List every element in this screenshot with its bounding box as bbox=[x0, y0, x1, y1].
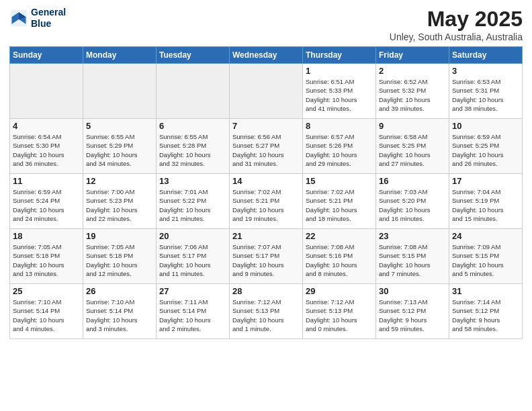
logo-icon bbox=[9, 9, 28, 28]
day-number: 14 bbox=[232, 176, 300, 186]
day-info: Sunrise: 7:08 AM Sunset: 5:15 PM Dayligh… bbox=[379, 242, 446, 278]
calendar-cell bbox=[83, 64, 157, 119]
day-info: Sunrise: 6:55 AM Sunset: 5:28 PM Dayligh… bbox=[159, 132, 226, 168]
day-info: Sunrise: 7:12 AM Sunset: 5:13 PM Dayligh… bbox=[232, 298, 300, 333]
day-number: 20 bbox=[159, 231, 226, 241]
calendar-cell: 20Sunrise: 7:06 AM Sunset: 5:17 PM Dayli… bbox=[157, 229, 230, 284]
day-number: 24 bbox=[452, 231, 519, 241]
calendar-cell: 27Sunrise: 7:11 AM Sunset: 5:14 PM Dayli… bbox=[157, 284, 230, 339]
calendar-cell bbox=[10, 64, 83, 119]
calendar-cell: 22Sunrise: 7:08 AM Sunset: 5:16 PM Dayli… bbox=[303, 229, 376, 284]
logo-text: General Blue bbox=[31, 7, 66, 30]
day-number: 22 bbox=[306, 231, 373, 241]
calendar-cell: 16Sunrise: 7:03 AM Sunset: 5:20 PM Dayli… bbox=[376, 174, 449, 229]
day-number: 6 bbox=[159, 121, 226, 131]
day-info: Sunrise: 7:06 AM Sunset: 5:17 PM Dayligh… bbox=[159, 242, 226, 278]
location-subtitle: Unley, South Australia, Australia bbox=[390, 32, 523, 42]
day-header-saturday: Saturday bbox=[449, 47, 523, 64]
day-number: 27 bbox=[159, 286, 226, 296]
calendar-cell: 14Sunrise: 7:02 AM Sunset: 5:21 PM Dayli… bbox=[230, 174, 303, 229]
header: General Blue May 2025 Unley, South Austr… bbox=[9, 7, 523, 42]
day-number: 11 bbox=[13, 176, 80, 186]
week-row-5: 25Sunrise: 7:10 AM Sunset: 5:14 PM Dayli… bbox=[10, 284, 523, 339]
day-info: Sunrise: 7:02 AM Sunset: 5:21 PM Dayligh… bbox=[306, 187, 373, 223]
day-number: 17 bbox=[452, 176, 519, 186]
day-number: 31 bbox=[452, 286, 519, 296]
day-info: Sunrise: 7:14 AM Sunset: 5:12 PM Dayligh… bbox=[452, 298, 519, 333]
calendar-cell: 15Sunrise: 7:02 AM Sunset: 5:21 PM Dayli… bbox=[303, 174, 376, 229]
day-number: 16 bbox=[379, 176, 446, 186]
calendar-cell: 31Sunrise: 7:14 AM Sunset: 5:12 PM Dayli… bbox=[449, 284, 523, 339]
day-header-thursday: Thursday bbox=[303, 47, 376, 64]
day-number: 15 bbox=[306, 176, 373, 186]
month-title: May 2025 bbox=[390, 7, 523, 32]
logo: General Blue bbox=[9, 7, 66, 30]
calendar-cell: 7Sunrise: 6:56 AM Sunset: 5:27 PM Daylig… bbox=[230, 119, 303, 174]
title-area: May 2025 Unley, South Australia, Austral… bbox=[390, 7, 523, 42]
calendar-cell: 17Sunrise: 7:04 AM Sunset: 5:19 PM Dayli… bbox=[449, 174, 523, 229]
day-info: Sunrise: 7:11 AM Sunset: 5:14 PM Dayligh… bbox=[159, 298, 226, 333]
day-info: Sunrise: 7:13 AM Sunset: 5:12 PM Dayligh… bbox=[379, 298, 446, 333]
calendar-cell: 5Sunrise: 6:55 AM Sunset: 5:29 PM Daylig… bbox=[83, 119, 157, 174]
calendar-cell: 18Sunrise: 7:05 AM Sunset: 5:18 PM Dayli… bbox=[10, 229, 83, 284]
day-number: 29 bbox=[306, 286, 373, 296]
day-number: 5 bbox=[86, 121, 153, 131]
day-number: 25 bbox=[13, 286, 80, 296]
calendar-cell: 29Sunrise: 7:12 AM Sunset: 5:13 PM Dayli… bbox=[303, 284, 376, 339]
day-number: 21 bbox=[232, 231, 300, 241]
day-info: Sunrise: 6:59 AM Sunset: 5:24 PM Dayligh… bbox=[13, 187, 80, 223]
calendar-cell: 2Sunrise: 6:52 AM Sunset: 5:32 PM Daylig… bbox=[376, 64, 449, 119]
day-info: Sunrise: 7:07 AM Sunset: 5:17 PM Dayligh… bbox=[232, 242, 300, 278]
calendar-cell: 6Sunrise: 6:55 AM Sunset: 5:28 PM Daylig… bbox=[157, 119, 230, 174]
day-info: Sunrise: 6:57 AM Sunset: 5:26 PM Dayligh… bbox=[306, 132, 373, 168]
calendar-cell: 12Sunrise: 7:00 AM Sunset: 5:23 PM Dayli… bbox=[83, 174, 157, 229]
day-number: 2 bbox=[379, 66, 446, 76]
day-number: 18 bbox=[13, 231, 80, 241]
calendar-cell: 10Sunrise: 6:59 AM Sunset: 5:25 PM Dayli… bbox=[449, 119, 523, 174]
week-row-3: 11Sunrise: 6:59 AM Sunset: 5:24 PM Dayli… bbox=[10, 174, 523, 229]
day-number: 1 bbox=[306, 66, 373, 76]
day-number: 10 bbox=[452, 121, 519, 131]
calendar-cell: 30Sunrise: 7:13 AM Sunset: 5:12 PM Dayli… bbox=[376, 284, 449, 339]
day-info: Sunrise: 6:53 AM Sunset: 5:31 PM Dayligh… bbox=[452, 77, 519, 113]
day-info: Sunrise: 7:01 AM Sunset: 5:22 PM Dayligh… bbox=[159, 187, 226, 223]
day-number: 3 bbox=[452, 66, 519, 76]
calendar-cell: 1Sunrise: 6:51 AM Sunset: 5:33 PM Daylig… bbox=[303, 64, 376, 119]
calendar-cell: 19Sunrise: 7:05 AM Sunset: 5:18 PM Dayli… bbox=[83, 229, 157, 284]
day-info: Sunrise: 7:12 AM Sunset: 5:13 PM Dayligh… bbox=[306, 298, 373, 333]
calendar-table: SundayMondayTuesdayWednesdayThursdayFrid… bbox=[9, 46, 523, 339]
day-info: Sunrise: 6:59 AM Sunset: 5:25 PM Dayligh… bbox=[452, 132, 519, 168]
week-row-2: 4Sunrise: 6:54 AM Sunset: 5:30 PM Daylig… bbox=[10, 119, 523, 174]
day-info: Sunrise: 7:09 AM Sunset: 5:15 PM Dayligh… bbox=[452, 242, 519, 278]
calendar-cell: 21Sunrise: 7:07 AM Sunset: 5:17 PM Dayli… bbox=[230, 229, 303, 284]
day-info: Sunrise: 7:10 AM Sunset: 5:14 PM Dayligh… bbox=[13, 298, 80, 333]
calendar-cell: 9Sunrise: 6:58 AM Sunset: 5:25 PM Daylig… bbox=[376, 119, 449, 174]
week-row-1: 1Sunrise: 6:51 AM Sunset: 5:33 PM Daylig… bbox=[10, 64, 523, 119]
day-info: Sunrise: 7:10 AM Sunset: 5:14 PM Dayligh… bbox=[86, 298, 153, 333]
calendar-cell: 28Sunrise: 7:12 AM Sunset: 5:13 PM Dayli… bbox=[230, 284, 303, 339]
day-info: Sunrise: 7:05 AM Sunset: 5:18 PM Dayligh… bbox=[13, 242, 80, 278]
calendar-cell: 23Sunrise: 7:08 AM Sunset: 5:15 PM Dayli… bbox=[376, 229, 449, 284]
calendar-cell: 4Sunrise: 6:54 AM Sunset: 5:30 PM Daylig… bbox=[10, 119, 83, 174]
calendar-cell: 24Sunrise: 7:09 AM Sunset: 5:15 PM Dayli… bbox=[449, 229, 523, 284]
day-header-tuesday: Tuesday bbox=[157, 47, 230, 64]
day-header-monday: Monday bbox=[83, 47, 157, 64]
day-number: 13 bbox=[159, 176, 226, 186]
day-header-wednesday: Wednesday bbox=[230, 47, 303, 64]
week-row-4: 18Sunrise: 7:05 AM Sunset: 5:18 PM Dayli… bbox=[10, 229, 523, 284]
day-info: Sunrise: 6:54 AM Sunset: 5:30 PM Dayligh… bbox=[13, 132, 80, 168]
calendar-cell: 3Sunrise: 6:53 AM Sunset: 5:31 PM Daylig… bbox=[449, 64, 523, 119]
day-number: 28 bbox=[232, 286, 300, 296]
day-number: 9 bbox=[379, 121, 446, 131]
day-number: 26 bbox=[86, 286, 153, 296]
day-number: 4 bbox=[13, 121, 80, 131]
day-number: 8 bbox=[306, 121, 373, 131]
calendar-cell bbox=[157, 64, 230, 119]
day-info: Sunrise: 7:04 AM Sunset: 5:19 PM Dayligh… bbox=[452, 187, 519, 223]
day-info: Sunrise: 6:52 AM Sunset: 5:32 PM Dayligh… bbox=[379, 77, 446, 113]
day-info: Sunrise: 7:00 AM Sunset: 5:23 PM Dayligh… bbox=[86, 187, 153, 223]
day-header-friday: Friday bbox=[376, 47, 449, 64]
day-info: Sunrise: 6:56 AM Sunset: 5:27 PM Dayligh… bbox=[232, 132, 300, 168]
day-number: 7 bbox=[232, 121, 300, 131]
day-info: Sunrise: 6:58 AM Sunset: 5:25 PM Dayligh… bbox=[379, 132, 446, 168]
